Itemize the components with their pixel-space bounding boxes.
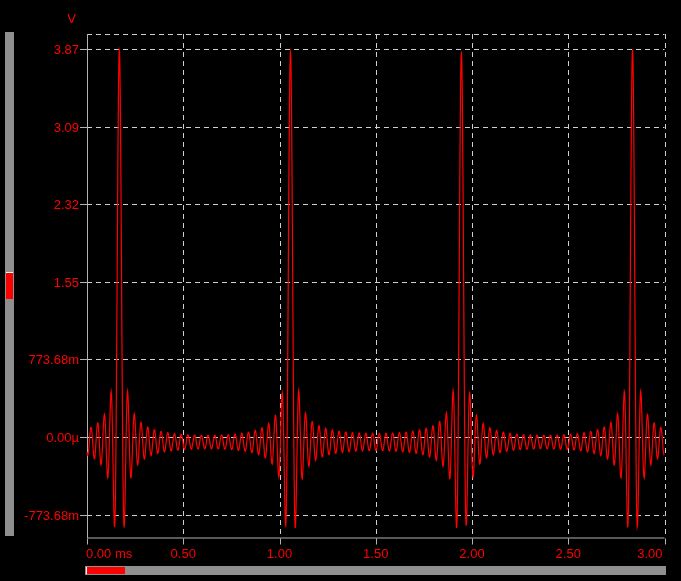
waveform-viewer: V 3.873.092.321.55773.68m0.00µ-773.68m0.… — [0, 0, 681, 581]
vertical-scrollbar-track[interactable] — [5, 32, 14, 536]
x-axis-tick-label: 0.50 — [143, 546, 223, 561]
vertical-scrollbar-thumb[interactable] — [6, 272, 13, 299]
x-axis-tick-label: 2.00 — [432, 546, 512, 561]
x-axis-tick-label: 1.00 — [240, 546, 320, 561]
x-axis-tick-label: 3.00 — [583, 546, 663, 561]
horizontal-scrollbar-track[interactable] — [85, 566, 666, 575]
y-axis-unit-label: V — [0, 11, 76, 26]
x-axis-tick-label: 0.00 ms — [86, 546, 132, 561]
plot-area[interactable] — [0, 0, 681, 581]
x-axis-tick-label: 1.50 — [336, 546, 416, 561]
horizontal-scrollbar-thumb[interactable] — [86, 567, 125, 574]
